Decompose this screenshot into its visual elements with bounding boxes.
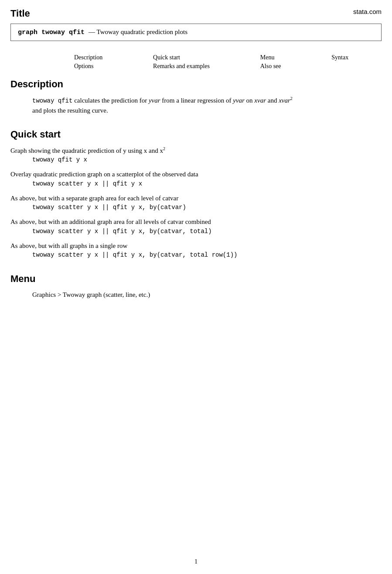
page-title: Title: [10, 8, 30, 19]
quick-start-item-4: As above, but with an additional graph a…: [10, 217, 382, 235]
description-text-end: and plots the resulting curve.: [32, 107, 108, 114]
nav-links: Description Quick start Menu Syntax Opti…: [0, 49, 392, 79]
title-separator: —: [89, 28, 96, 35]
qs-text-4: As above, but with an additional graph a…: [10, 217, 382, 227]
description-text-4: and: [268, 97, 279, 104]
description-yvar2: yvar: [233, 97, 245, 104]
nav-remarks[interactable]: Remarks and examples: [153, 63, 243, 70]
quick-start-heading: Quick start: [10, 129, 382, 140]
title-box: graph twoway qfit — Twoway quadratic pre…: [10, 24, 382, 41]
description-text-3: on: [246, 97, 255, 104]
quick-start-item-2: Overlay quadratic prediction graph on a …: [10, 169, 382, 187]
quick-start-item-5: As above, but with all graphs in a singl…: [10, 241, 382, 259]
description-text-middle: calculates the prediction for: [74, 97, 149, 104]
nav-also-see[interactable]: Also see: [260, 63, 314, 70]
qs-text-2: Overlay quadratic prediction graph on a …: [10, 169, 382, 179]
description-text-2: from a linear regression of: [162, 97, 233, 104]
nav-menu[interactable]: Menu: [260, 54, 314, 61]
description-yvar1: yvar: [149, 97, 160, 104]
qs-code-4: twoway scatter y x || qfit y x, by(catva…: [10, 228, 382, 235]
menu-heading: Menu: [10, 273, 382, 285]
page-header: Title stata.com: [0, 0, 392, 24]
qs-sup-1: 2: [163, 146, 165, 151]
description-superscript: 2: [290, 96, 293, 101]
description-text: twoway qfit calculates the prediction fo…: [10, 95, 382, 116]
nav-description[interactable]: Description: [74, 54, 136, 61]
title-box-text: graph twoway qfit — Twoway quadratic pre…: [18, 29, 187, 36]
description-command-prefix: twoway qfit: [32, 97, 72, 104]
description-heading: Description: [10, 79, 382, 90]
menu-text: Graphics > Twoway graph (scatter, line, …: [10, 290, 382, 300]
nav-options[interactable]: Options: [74, 63, 136, 70]
qs-code-5: twoway scatter y x || qfit y x, by(catva…: [10, 251, 382, 258]
qs-text-5: As above, but with all graphs in a singl…: [10, 241, 382, 251]
description-section: Description twoway qfit calculates the p…: [0, 79, 392, 129]
quick-start-section: Quick start Graph showing the quadratic …: [0, 129, 392, 274]
description-xvar2: xvar: [279, 97, 290, 104]
nav-syntax[interactable]: Syntax: [331, 54, 382, 61]
qs-code-3: twoway scatter y x || qfit y x, by(catva…: [10, 204, 382, 211]
page-number: 1: [194, 558, 198, 565]
site-name: stata.com: [353, 8, 382, 15]
qs-text-3: As above, but with a separate graph area…: [10, 193, 382, 203]
title-description: Twoway quadratic prediction plots: [97, 28, 187, 35]
command-name: graph twoway qfit: [18, 29, 85, 36]
qs-text-1: Graph showing the quadratic prediction o…: [10, 145, 382, 156]
qs-code-2: twoway scatter y x || qfit y x: [10, 180, 382, 187]
quick-start-item-3: As above, but with a separate graph area…: [10, 193, 382, 211]
description-xvar1: xvar: [254, 97, 266, 104]
page-footer: 1: [0, 558, 392, 565]
quick-start-item-1: Graph showing the quadratic prediction o…: [10, 145, 382, 164]
nav-quick-start[interactable]: Quick start: [153, 54, 243, 61]
qs-code-1: twoway qfit y x: [10, 156, 382, 163]
menu-section: Menu Graphics > Twoway graph (scatter, l…: [0, 273, 392, 313]
